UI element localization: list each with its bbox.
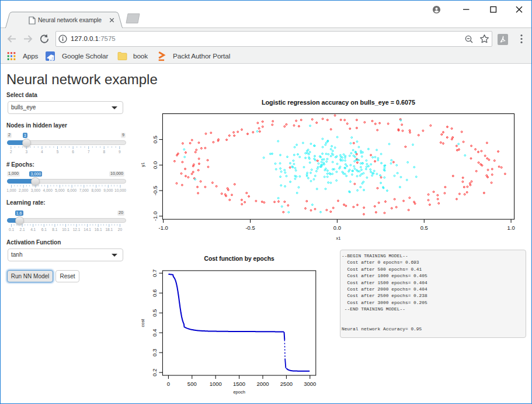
- svg-text:epoch: epoch: [233, 389, 245, 395]
- svg-text:2500: 2500: [280, 381, 293, 387]
- svg-text:1000: 1000: [210, 381, 222, 387]
- svg-text:3000: 3000: [304, 381, 316, 387]
- svg-text:-0.5: -0.5: [245, 225, 255, 231]
- svg-text:0.5: 0.5: [420, 225, 428, 231]
- svg-text:-0.5: -0.5: [152, 186, 158, 195]
- svg-text:0: 0: [167, 381, 170, 387]
- svg-text:0.2: 0.2: [151, 368, 158, 376]
- svg-text:1.0: 1.0: [507, 225, 514, 231]
- svg-text:Logistic regression accuracy o: Logistic regression accuracy on bulls_ey…: [262, 99, 415, 106]
- svg-text:cost: cost: [140, 319, 145, 327]
- svg-text:2000: 2000: [256, 381, 269, 387]
- svg-text:0.5: 0.5: [151, 309, 158, 317]
- svg-text:1500: 1500: [233, 381, 245, 387]
- svg-text:0.5: 0.5: [152, 136, 158, 143]
- svg-text:-1.0: -1.0: [159, 225, 168, 231]
- svg-text:y1: y1: [140, 163, 145, 167]
- svg-text:Cost function by epochs: Cost function by epochs: [204, 255, 274, 262]
- svg-text:500: 500: [187, 381, 197, 387]
- svg-text:0.0: 0.0: [152, 161, 158, 169]
- svg-text:-1.0: -1.0: [152, 212, 158, 221]
- svg-text:0.7: 0.7: [151, 270, 158, 277]
- svg-text:x1: x1: [336, 236, 341, 241]
- svg-text:0.0: 0.0: [333, 225, 341, 231]
- svg-text:0.4: 0.4: [151, 329, 158, 336]
- svg-text:0.6: 0.6: [151, 289, 158, 297]
- svg-text:0.3: 0.3: [151, 348, 158, 356]
